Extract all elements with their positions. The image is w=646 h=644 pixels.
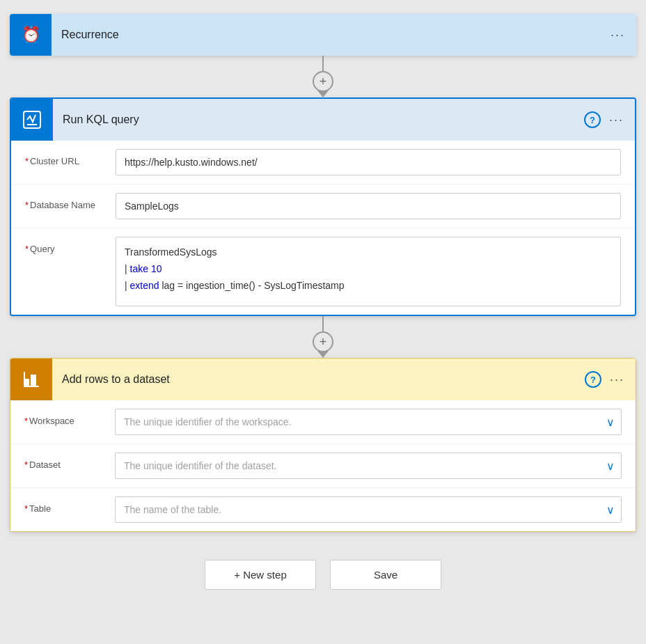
recurrence-header: ⏰ Recurrence ··· [10, 14, 636, 56]
dataset-help-button[interactable]: ? [585, 371, 601, 388]
query-line-1: TransformedSysLogs [125, 244, 612, 261]
clock-icon: ⏰ [22, 26, 40, 44]
recurrence-card: ⏰ Recurrence ··· [10, 14, 636, 56]
dataset-label: *Dataset [24, 453, 115, 470]
dataset-dropdown-wrapper: The unique identifier of the dataset. ∨ [115, 453, 622, 479]
dataset-header: Add rows to a dataset ? ··· [10, 359, 636, 400]
dataset-actions: ? ··· [585, 371, 636, 388]
dataset-more-button[interactable]: ··· [610, 373, 624, 386]
kql-title: Run KQL query [53, 113, 584, 126]
kql-header: Run KQL query ? ··· [11, 99, 635, 141]
kql-icon [22, 109, 42, 130]
connector-1: + [313, 56, 333, 97]
dataset-title: Add rows to a dataset [52, 373, 585, 386]
workspace-label: *Workspace [24, 409, 115, 426]
query-label: *Query [25, 237, 116, 254]
required-star: * [25, 156, 29, 166]
table-chevron-icon: ∨ [606, 503, 615, 517]
dataset-icon [21, 369, 42, 390]
pipe-1: | [125, 263, 130, 274]
bottom-bar: + New step Save [10, 560, 636, 590]
table-dropdown[interactable]: The name of the table. [115, 496, 622, 523]
table-label: *Table [24, 496, 115, 514]
recurrence-more-button[interactable]: ··· [610, 29, 625, 41]
table-dropdown-wrapper: The name of the table. ∨ [115, 496, 622, 523]
lag-var: lag = ingestion_time() - SysLogTimestamp [162, 280, 344, 291]
required-star-5: * [24, 460, 28, 470]
extend-keyword: extend [130, 280, 162, 291]
cluster-url-field: *Cluster URL [11, 141, 635, 184]
workspace-field: *Workspace The unique identifier of the … [10, 400, 636, 444]
recurrence-title: Recurrence [52, 29, 610, 41]
table-placeholder: The name of the table. [124, 504, 221, 515]
cluster-url-label: *Cluster URL [25, 149, 116, 166]
flow-container: ⏰ Recurrence ··· + Run KQL query ? [0, 14, 646, 590]
pipe-2: | [125, 280, 130, 291]
new-step-button[interactable]: + New step [205, 560, 316, 590]
dataset-icon-bg [10, 359, 52, 400]
kql-body: *Cluster URL *Database Name *Query Trans… [11, 141, 635, 315]
query-input[interactable]: TransformedSysLogs | take 10 | extend la… [116, 237, 621, 306]
required-star-3: * [25, 244, 29, 254]
database-name-input[interactable] [116, 193, 621, 219]
cluster-url-input[interactable] [116, 149, 621, 175]
workspace-chevron-icon: ∨ [606, 416, 615, 429]
dataset-dropdown[interactable]: The unique identifier of the dataset. [115, 453, 622, 479]
dataset-card: Add rows to a dataset ? ··· *Workspace T… [10, 358, 636, 532]
dataset-field: *Dataset The unique identifier of the da… [10, 444, 636, 488]
add-step-button-1[interactable]: + [313, 71, 333, 92]
database-name-label: *Database Name [25, 193, 116, 210]
connector-line-2 [322, 316, 324, 331]
workspace-dropdown-wrapper: The unique identifier of the workspace. … [115, 409, 622, 435]
take-number: 10 [151, 263, 162, 274]
svg-rect-3 [31, 375, 36, 387]
dataset-chevron-icon: ∨ [606, 460, 615, 473]
workspace-dropdown[interactable]: The unique identifier of the workspace. [115, 409, 622, 435]
kql-actions: ? ··· [584, 111, 635, 128]
dataset-body: *Workspace The unique identifier of the … [10, 400, 636, 531]
required-star-6: * [24, 503, 28, 514]
recurrence-actions: ··· [610, 29, 636, 41]
dataset-placeholder: The unique identifier of the dataset. [124, 460, 276, 471]
save-button[interactable]: Save [330, 560, 441, 590]
required-star-4: * [24, 416, 28, 426]
connector-2: + [313, 316, 333, 358]
svg-rect-6 [24, 386, 39, 387]
table-field: *Table The name of the table. ∨ [10, 488, 636, 531]
svg-rect-5 [24, 372, 25, 387]
kql-icon-bg [11, 99, 53, 141]
kql-more-button[interactable]: ··· [609, 113, 624, 126]
recurrence-icon-bg: ⏰ [10, 14, 52, 56]
kql-card: Run KQL query ? ··· *Cluster URL *Databa… [10, 97, 636, 316]
database-name-field: *Database Name [11, 184, 635, 228]
add-step-button-2[interactable]: + [313, 331, 333, 352]
connector-line-1 [322, 56, 324, 71]
kql-help-button[interactable]: ? [584, 111, 601, 128]
query-line-2: | take 10 [125, 261, 612, 278]
take-keyword: take [130, 263, 151, 274]
required-star-2: * [25, 200, 29, 210]
query-field: *Query TransformedSysLogs | take 10 | ex… [11, 228, 635, 315]
workspace-placeholder: The unique identifier of the workspace. [124, 416, 291, 427]
query-line-3: | extend lag = ingestion_time() - SysLog… [125, 278, 612, 294]
